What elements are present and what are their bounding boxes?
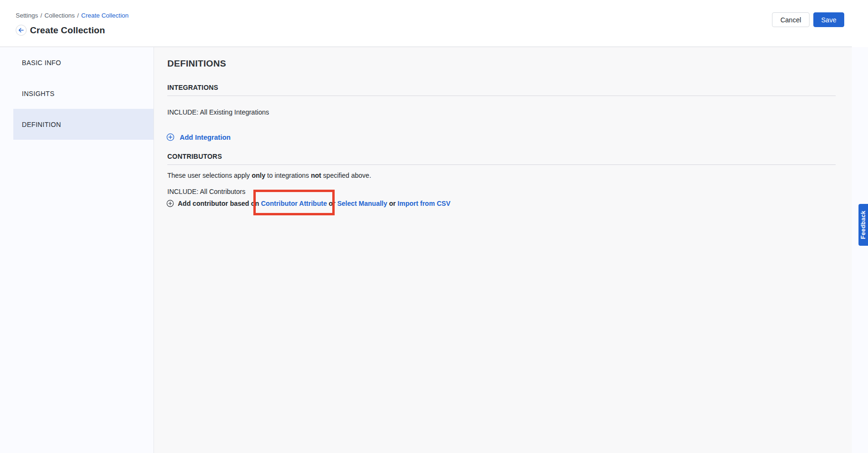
breadcrumb: Settings/Collections/Create Collection xyxy=(16,12,129,19)
sidebar: BASIC INFO INSIGHTS DEFINITION xyxy=(0,47,154,453)
add-integration-button[interactable]: Add Integration xyxy=(166,133,231,141)
add-integration-label: Add Integration xyxy=(180,134,231,141)
sidebar-item-label: DEFINITION xyxy=(22,121,61,128)
section-contributors-header: CONTRIBUTORS xyxy=(167,153,836,165)
feedback-tab[interactable]: Feedback xyxy=(858,204,868,246)
circle-plus-icon xyxy=(166,200,174,207)
contributors-note: These user selections apply only to inte… xyxy=(167,172,371,179)
select-manually-link[interactable]: Select Manually xyxy=(337,200,387,207)
or-text: or xyxy=(389,200,395,207)
section-integrations-header: INTEGRATIONS xyxy=(167,84,836,96)
sidebar-item-label: INSIGHTS xyxy=(22,90,55,97)
import-from-csv-link[interactable]: Import from CSV xyxy=(397,200,450,207)
breadcrumb-link-collections[interactable]: Collections xyxy=(45,12,75,19)
note-text: specified above. xyxy=(321,172,371,179)
note-text: These user selections apply xyxy=(167,172,251,179)
sidebar-item-basic-info[interactable]: BASIC INFO xyxy=(13,47,154,78)
sidebar-item-label: BASIC INFO xyxy=(22,59,61,67)
cancel-button[interactable]: Cancel xyxy=(772,12,810,27)
page-heading: DEFINITIONS xyxy=(167,58,226,69)
contributor-attribute-link[interactable]: Contributor Attribute xyxy=(261,200,327,207)
back-button[interactable] xyxy=(16,25,27,36)
sidebar-item-definition[interactable]: DEFINITION xyxy=(13,109,154,140)
back-arrow-icon xyxy=(18,27,24,33)
or-text: or xyxy=(329,200,336,207)
include-integrations-text: INCLUDE: All Existing Integrations xyxy=(167,108,269,116)
save-button[interactable]: Save xyxy=(813,12,844,27)
breadcrumb-current[interactable]: Create Collection xyxy=(81,12,129,19)
header: Settings/Collections/Create Collection C… xyxy=(0,0,868,47)
note-text: to integrations xyxy=(265,172,311,179)
breadcrumb-separator: / xyxy=(77,12,79,19)
note-bold-only: only xyxy=(251,172,265,179)
sidebar-nav: BASIC INFO INSIGHTS DEFINITION xyxy=(13,47,154,140)
page-title: Create Collection xyxy=(30,25,105,36)
breadcrumb-separator: / xyxy=(40,12,42,19)
sidebar-item-insights[interactable]: INSIGHTS xyxy=(13,78,154,109)
add-contributor-row: Add contributor based on Contributor Att… xyxy=(166,200,451,207)
main-content: DEFINITIONS INTEGRATIONS INCLUDE: All Ex… xyxy=(154,47,852,453)
breadcrumb-link-settings[interactable]: Settings xyxy=(16,12,38,19)
add-contributor-prefix: Add contributor based on xyxy=(178,200,259,207)
circle-plus-icon xyxy=(166,133,174,141)
note-bold-not: not xyxy=(311,172,321,179)
feedback-tab-label: Feedback xyxy=(860,211,867,239)
include-contributors-text: INCLUDE: All Contributors xyxy=(167,188,245,195)
